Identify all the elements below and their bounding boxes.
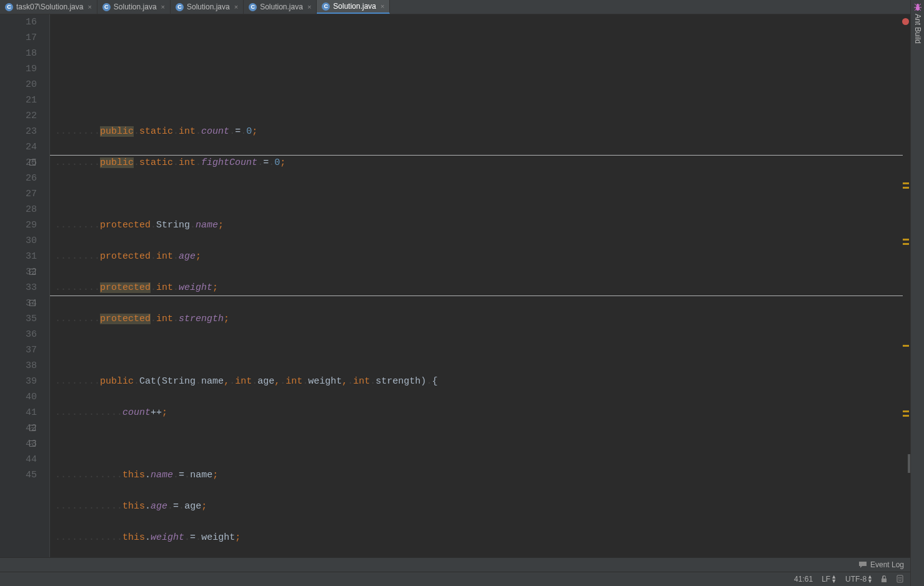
lock-icon[interactable] [880, 575, 888, 583]
method-separator [50, 155, 903, 156]
java-class-icon: C [5, 3, 13, 11]
line-separator[interactable]: LF▲▼ [822, 575, 837, 584]
tab-label: task07\Solution.java [16, 2, 83, 11]
event-log-label: Event Log [870, 560, 904, 569]
code-line: ........protected.int.weight; [55, 280, 910, 295]
code-editor[interactable]: 16171819202122232425−26272829303132−3334… [0, 14, 910, 557]
warning-mark[interactable] [903, 243, 909, 245]
tab-label: Solution.java [260, 2, 303, 11]
warning-mark[interactable] [903, 345, 909, 347]
code-line: ........protected.String.name; [55, 217, 910, 233]
close-icon[interactable]: × [87, 3, 91, 11]
code-line: ............this.name.=.name; [55, 467, 910, 483]
svg-point-4 [916, 6, 920, 11]
warning-mark[interactable] [903, 187, 909, 189]
close-icon[interactable]: × [161, 3, 165, 11]
code-line: ........protected.int.age; [55, 249, 910, 264]
code-line: ........public.static.int.fightCount.=.0… [55, 155, 910, 171]
tab-4[interactable]: CSolution.java× [317, 0, 390, 14]
code-area[interactable]: ........public.static.int.count.=.0; ...… [50, 14, 910, 557]
tab-label: Solution.java [187, 2, 230, 11]
code-line [55, 186, 910, 202]
java-class-icon: C [249, 3, 257, 11]
caret-position[interactable]: 41:61 [794, 575, 813, 584]
java-class-icon: C [322, 2, 330, 11]
close-icon[interactable]: × [307, 3, 311, 11]
java-class-icon: C [102, 3, 111, 11]
ant-icon [913, 2, 922, 11]
tab-label: Solution.java [114, 2, 157, 11]
close-icon[interactable]: × [234, 3, 238, 11]
code-line: ............this.age.=.age; [55, 499, 910, 514]
hector-icon[interactable] [896, 575, 904, 583]
tab-label: Solution.java [333, 2, 376, 11]
code-line [55, 436, 910, 452]
range-highlight [908, 454, 910, 473]
method-separator [50, 295, 903, 296]
event-log-button[interactable]: Event Log [858, 560, 904, 569]
warning-mark[interactable] [903, 410, 909, 412]
code-line: ............this.weight.=.weight; [55, 530, 910, 545]
warning-mark[interactable] [903, 415, 909, 417]
editor-tabs: Ctask07\Solution.java× CSolution.java× C… [0, 0, 910, 14]
svg-rect-0 [897, 575, 903, 582]
error-stripe [902, 17, 910, 557]
ant-build-button[interactable]: Ant Build [913, 14, 922, 44]
warning-mark[interactable] [903, 239, 909, 241]
tab-1[interactable]: CSolution.java× [97, 0, 171, 14]
line-gutter: 16171819202122232425−26272829303132−3334… [0, 14, 50, 557]
close-icon[interactable]: × [380, 2, 384, 10]
java-class-icon: C [176, 3, 184, 11]
code-line [55, 342, 910, 358]
warning-mark[interactable] [903, 182, 909, 184]
status-bar: Event Log 41:61 LF▲▼ UTF-8▲▼ [0, 557, 910, 586]
code-line: ........protected.int.strength; [55, 311, 910, 327]
code-line: ........public.Cat(String.name,.int.age,… [55, 374, 910, 389]
speech-bubble-icon [858, 561, 867, 569]
svg-point-2 [900, 577, 902, 579]
tab-0[interactable]: Ctask07\Solution.java× [0, 0, 97, 14]
right-tool-window-bar: Ant Build [910, 0, 924, 586]
code-line: ........public.static.int.count.=.0; [55, 124, 910, 139]
code-line [55, 92, 910, 108]
tab-3[interactable]: CSolution.java× [244, 0, 317, 14]
svg-point-1 [898, 577, 900, 579]
file-encoding[interactable]: UTF-8▲▼ [845, 575, 873, 584]
error-indicator-icon[interactable] [902, 18, 909, 25]
code-line: ............count++; [55, 405, 910, 420]
tab-2[interactable]: CSolution.java× [171, 0, 244, 14]
